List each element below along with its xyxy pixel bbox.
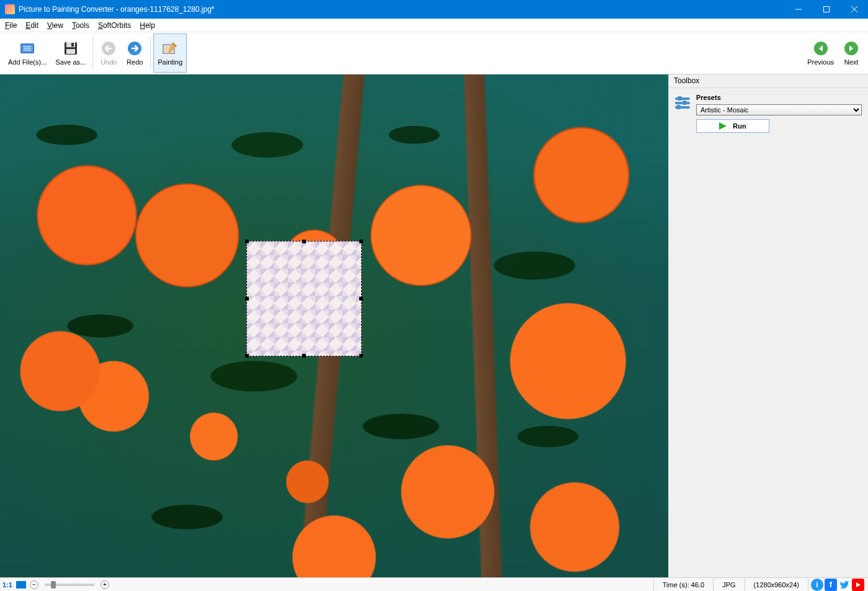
resize-handle[interactable] <box>245 240 249 243</box>
app-icon <box>5 4 15 14</box>
twitter-icon[interactable] <box>838 579 851 591</box>
save-as-label: Save as... <box>55 58 86 66</box>
run-button[interactable]: Run <box>696 119 769 133</box>
resize-handle[interactable] <box>302 240 306 243</box>
resize-handle[interactable] <box>245 354 249 358</box>
redo-icon <box>126 40 143 57</box>
zoom-in-button[interactable]: + <box>101 580 109 589</box>
painting-icon <box>161 40 179 57</box>
statusbar: 1:1 − + Time (s): 46.0 JPG (1280x960x24)… <box>0 577 868 591</box>
menu-file[interactable]: File <box>5 21 17 30</box>
main-area: Toolbox Presets Artistic - Mosaic Run <box>0 74 868 577</box>
run-arrow-icon <box>719 122 727 130</box>
window-title: Picture to Painting Converter - oranges-… <box>19 5 784 14</box>
close-button[interactable] <box>840 0 868 19</box>
undo-button[interactable]: Undo <box>96 34 122 73</box>
toolbox-panel: Toolbox Presets Artistic - Mosaic Run <box>668 74 868 577</box>
add-files-button[interactable]: Add File(s)... <box>4 34 51 73</box>
toolbox-title: Toolbox <box>669 74 868 88</box>
toolbar: Add File(s)... Save as... Undo Redo Pain… <box>0 32 868 74</box>
add-files-icon <box>19 40 36 57</box>
status-time: Time (s): 46.0 <box>653 578 713 591</box>
menubar: File Edit View Tools SoftOrbits Help <box>0 19 868 32</box>
zoom-out-button[interactable]: − <box>30 580 38 589</box>
zoom-ratio[interactable]: 1:1 <box>2 581 12 589</box>
presets-label: Presets <box>696 94 721 101</box>
resize-handle[interactable] <box>302 354 306 358</box>
previous-button[interactable]: Previous <box>803 34 838 73</box>
run-label: Run <box>733 122 746 130</box>
add-files-label: Add File(s)... <box>8 58 47 66</box>
zoom-slider[interactable] <box>45 584 94 586</box>
redo-button[interactable]: Redo <box>122 34 148 73</box>
status-format: JPG <box>713 578 744 591</box>
status-dimensions: (1280x960x24) <box>745 578 808 591</box>
preset-select[interactable]: Artistic - Mosaic <box>696 104 862 115</box>
painting-label: Painting <box>158 58 182 66</box>
svg-rect-1 <box>823 7 829 12</box>
resize-handle[interactable] <box>359 240 363 243</box>
save-as-button[interactable]: Save as... <box>51 34 90 73</box>
painting-button[interactable]: Painting <box>153 34 187 73</box>
maximize-button[interactable] <box>812 0 840 19</box>
resize-handle[interactable] <box>245 297 249 300</box>
undo-icon <box>100 40 117 57</box>
menu-edit[interactable]: Edit <box>25 21 38 30</box>
next-button[interactable]: Next <box>838 34 864 73</box>
save-icon <box>62 40 79 57</box>
menu-softorbits[interactable]: SoftOrbits <box>98 21 131 30</box>
menu-tools[interactable]: Tools <box>72 21 89 30</box>
preview-selection[interactable] <box>246 241 362 356</box>
svg-rect-11 <box>71 43 74 47</box>
previous-icon <box>812 40 830 57</box>
toolbar-separator <box>92 37 93 69</box>
info-icon[interactable]: i <box>811 579 823 591</box>
resize-handle[interactable] <box>359 297 363 300</box>
menu-view[interactable]: View <box>47 21 63 30</box>
previous-label: Previous <box>807 58 834 66</box>
toolbar-separator <box>150 37 151 69</box>
youtube-icon[interactable] <box>852 579 864 591</box>
presets-icon <box>675 97 690 109</box>
facebook-icon[interactable]: f <box>825 579 837 591</box>
canvas-area[interactable] <box>0 74 668 577</box>
next-icon <box>843 40 860 57</box>
resize-handle[interactable] <box>359 354 363 358</box>
next-label: Next <box>844 58 859 66</box>
undo-label: Undo <box>101 58 117 66</box>
redo-label: Redo <box>127 58 143 66</box>
menu-help[interactable]: Help <box>140 21 155 30</box>
titlebar: Picture to Painting Converter - oranges-… <box>0 0 868 19</box>
svg-rect-12 <box>66 49 75 54</box>
minimize-button[interactable] <box>784 0 812 19</box>
fit-screen-icon[interactable] <box>16 581 26 589</box>
